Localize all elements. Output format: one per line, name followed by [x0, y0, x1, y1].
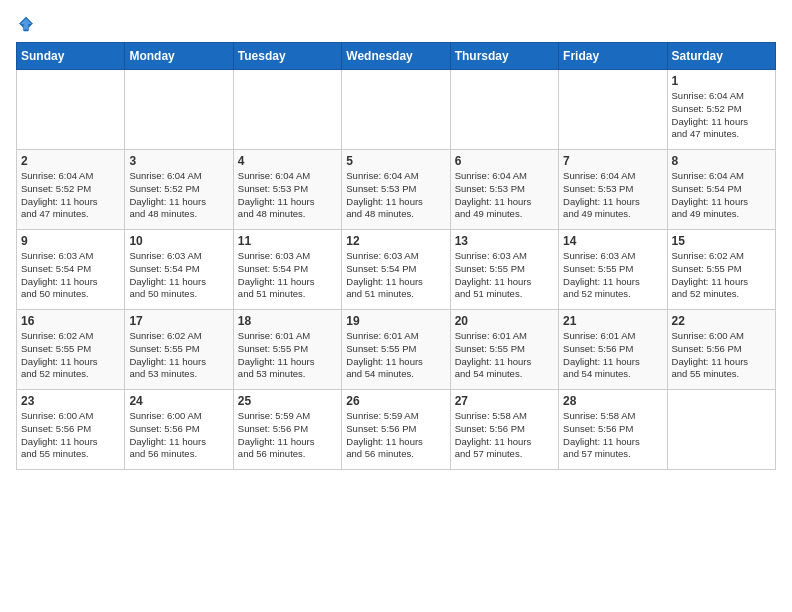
day-number: 23	[21, 394, 120, 408]
logo	[16, 16, 34, 32]
day-number: 10	[129, 234, 228, 248]
day-number: 17	[129, 314, 228, 328]
calendar-cell	[559, 70, 667, 150]
day-number: 25	[238, 394, 337, 408]
calendar-cell: 6Sunrise: 6:04 AM Sunset: 5:53 PM Daylig…	[450, 150, 558, 230]
day-of-week-header: Tuesday	[233, 43, 341, 70]
day-number: 26	[346, 394, 445, 408]
day-info: Sunrise: 6:03 AM Sunset: 5:54 PM Dayligh…	[346, 250, 445, 301]
calendar-cell: 17Sunrise: 6:02 AM Sunset: 5:55 PM Dayli…	[125, 310, 233, 390]
day-of-week-header: Thursday	[450, 43, 558, 70]
calendar-week-row: 2Sunrise: 6:04 AM Sunset: 5:52 PM Daylig…	[17, 150, 776, 230]
calendar-cell: 10Sunrise: 6:03 AM Sunset: 5:54 PM Dayli…	[125, 230, 233, 310]
day-of-week-header: Saturday	[667, 43, 775, 70]
calendar-cell	[125, 70, 233, 150]
calendar-cell: 9Sunrise: 6:03 AM Sunset: 5:54 PM Daylig…	[17, 230, 125, 310]
calendar-cell: 12Sunrise: 6:03 AM Sunset: 5:54 PM Dayli…	[342, 230, 450, 310]
day-number: 1	[672, 74, 771, 88]
calendar-cell: 28Sunrise: 5:58 AM Sunset: 5:56 PM Dayli…	[559, 390, 667, 470]
day-info: Sunrise: 5:59 AM Sunset: 5:56 PM Dayligh…	[238, 410, 337, 461]
calendar-cell: 13Sunrise: 6:03 AM Sunset: 5:55 PM Dayli…	[450, 230, 558, 310]
calendar-week-row: 16Sunrise: 6:02 AM Sunset: 5:55 PM Dayli…	[17, 310, 776, 390]
day-info: Sunrise: 6:02 AM Sunset: 5:55 PM Dayligh…	[21, 330, 120, 381]
day-number: 20	[455, 314, 554, 328]
calendar-cell: 18Sunrise: 6:01 AM Sunset: 5:55 PM Dayli…	[233, 310, 341, 390]
day-number: 14	[563, 234, 662, 248]
calendar-cell: 23Sunrise: 6:00 AM Sunset: 5:56 PM Dayli…	[17, 390, 125, 470]
calendar-cell	[17, 70, 125, 150]
day-info: Sunrise: 6:03 AM Sunset: 5:54 PM Dayligh…	[238, 250, 337, 301]
calendar-cell: 25Sunrise: 5:59 AM Sunset: 5:56 PM Dayli…	[233, 390, 341, 470]
day-number: 21	[563, 314, 662, 328]
day-number: 2	[21, 154, 120, 168]
day-info: Sunrise: 6:01 AM Sunset: 5:55 PM Dayligh…	[455, 330, 554, 381]
calendar-cell: 1Sunrise: 6:04 AM Sunset: 5:52 PM Daylig…	[667, 70, 775, 150]
day-info: Sunrise: 6:01 AM Sunset: 5:55 PM Dayligh…	[238, 330, 337, 381]
day-number: 6	[455, 154, 554, 168]
calendar-header-row: SundayMondayTuesdayWednesdayThursdayFrid…	[17, 43, 776, 70]
calendar-week-row: 1Sunrise: 6:04 AM Sunset: 5:52 PM Daylig…	[17, 70, 776, 150]
day-of-week-header: Sunday	[17, 43, 125, 70]
calendar-cell: 2Sunrise: 6:04 AM Sunset: 5:52 PM Daylig…	[17, 150, 125, 230]
day-info: Sunrise: 6:04 AM Sunset: 5:53 PM Dayligh…	[455, 170, 554, 221]
day-number: 27	[455, 394, 554, 408]
calendar-cell: 8Sunrise: 6:04 AM Sunset: 5:54 PM Daylig…	[667, 150, 775, 230]
day-number: 12	[346, 234, 445, 248]
calendar-cell: 4Sunrise: 6:04 AM Sunset: 5:53 PM Daylig…	[233, 150, 341, 230]
day-info: Sunrise: 6:02 AM Sunset: 5:55 PM Dayligh…	[672, 250, 771, 301]
calendar-cell: 7Sunrise: 6:04 AM Sunset: 5:53 PM Daylig…	[559, 150, 667, 230]
day-number: 8	[672, 154, 771, 168]
day-info: Sunrise: 6:02 AM Sunset: 5:55 PM Dayligh…	[129, 330, 228, 381]
day-info: Sunrise: 6:03 AM Sunset: 5:54 PM Dayligh…	[129, 250, 228, 301]
day-info: Sunrise: 6:04 AM Sunset: 5:52 PM Dayligh…	[129, 170, 228, 221]
page-header	[16, 16, 776, 32]
day-info: Sunrise: 6:04 AM Sunset: 5:54 PM Dayligh…	[672, 170, 771, 221]
day-number: 9	[21, 234, 120, 248]
day-number: 16	[21, 314, 120, 328]
calendar-cell: 22Sunrise: 6:00 AM Sunset: 5:56 PM Dayli…	[667, 310, 775, 390]
calendar-cell: 11Sunrise: 6:03 AM Sunset: 5:54 PM Dayli…	[233, 230, 341, 310]
calendar-cell: 27Sunrise: 5:58 AM Sunset: 5:56 PM Dayli…	[450, 390, 558, 470]
day-info: Sunrise: 6:04 AM Sunset: 5:52 PM Dayligh…	[672, 90, 771, 141]
day-info: Sunrise: 6:00 AM Sunset: 5:56 PM Dayligh…	[129, 410, 228, 461]
calendar-table: SundayMondayTuesdayWednesdayThursdayFrid…	[16, 42, 776, 470]
day-info: Sunrise: 6:00 AM Sunset: 5:56 PM Dayligh…	[21, 410, 120, 461]
day-info: Sunrise: 6:01 AM Sunset: 5:56 PM Dayligh…	[563, 330, 662, 381]
day-info: Sunrise: 5:58 AM Sunset: 5:56 PM Dayligh…	[563, 410, 662, 461]
day-info: Sunrise: 6:03 AM Sunset: 5:55 PM Dayligh…	[563, 250, 662, 301]
calendar-cell: 19Sunrise: 6:01 AM Sunset: 5:55 PM Dayli…	[342, 310, 450, 390]
day-number: 18	[238, 314, 337, 328]
day-info: Sunrise: 6:04 AM Sunset: 5:53 PM Dayligh…	[346, 170, 445, 221]
day-of-week-header: Wednesday	[342, 43, 450, 70]
calendar-cell: 24Sunrise: 6:00 AM Sunset: 5:56 PM Dayli…	[125, 390, 233, 470]
calendar-cell	[450, 70, 558, 150]
day-number: 11	[238, 234, 337, 248]
day-number: 5	[346, 154, 445, 168]
day-number: 3	[129, 154, 228, 168]
calendar-cell: 15Sunrise: 6:02 AM Sunset: 5:55 PM Dayli…	[667, 230, 775, 310]
day-info: Sunrise: 6:04 AM Sunset: 5:53 PM Dayligh…	[238, 170, 337, 221]
logo-icon	[18, 16, 34, 32]
day-number: 15	[672, 234, 771, 248]
day-info: Sunrise: 6:00 AM Sunset: 5:56 PM Dayligh…	[672, 330, 771, 381]
calendar-cell	[667, 390, 775, 470]
day-info: Sunrise: 6:04 AM Sunset: 5:53 PM Dayligh…	[563, 170, 662, 221]
day-of-week-header: Monday	[125, 43, 233, 70]
calendar-cell: 21Sunrise: 6:01 AM Sunset: 5:56 PM Dayli…	[559, 310, 667, 390]
day-number: 24	[129, 394, 228, 408]
calendar-week-row: 9Sunrise: 6:03 AM Sunset: 5:54 PM Daylig…	[17, 230, 776, 310]
day-info: Sunrise: 6:03 AM Sunset: 5:54 PM Dayligh…	[21, 250, 120, 301]
day-info: Sunrise: 6:04 AM Sunset: 5:52 PM Dayligh…	[21, 170, 120, 221]
calendar-cell: 14Sunrise: 6:03 AM Sunset: 5:55 PM Dayli…	[559, 230, 667, 310]
day-info: Sunrise: 6:01 AM Sunset: 5:55 PM Dayligh…	[346, 330, 445, 381]
calendar-cell	[342, 70, 450, 150]
day-info: Sunrise: 6:03 AM Sunset: 5:55 PM Dayligh…	[455, 250, 554, 301]
day-number: 7	[563, 154, 662, 168]
day-number: 19	[346, 314, 445, 328]
day-info: Sunrise: 5:58 AM Sunset: 5:56 PM Dayligh…	[455, 410, 554, 461]
calendar-cell: 16Sunrise: 6:02 AM Sunset: 5:55 PM Dayli…	[17, 310, 125, 390]
day-of-week-header: Friday	[559, 43, 667, 70]
calendar-cell: 3Sunrise: 6:04 AM Sunset: 5:52 PM Daylig…	[125, 150, 233, 230]
day-number: 4	[238, 154, 337, 168]
calendar-cell: 20Sunrise: 6:01 AM Sunset: 5:55 PM Dayli…	[450, 310, 558, 390]
